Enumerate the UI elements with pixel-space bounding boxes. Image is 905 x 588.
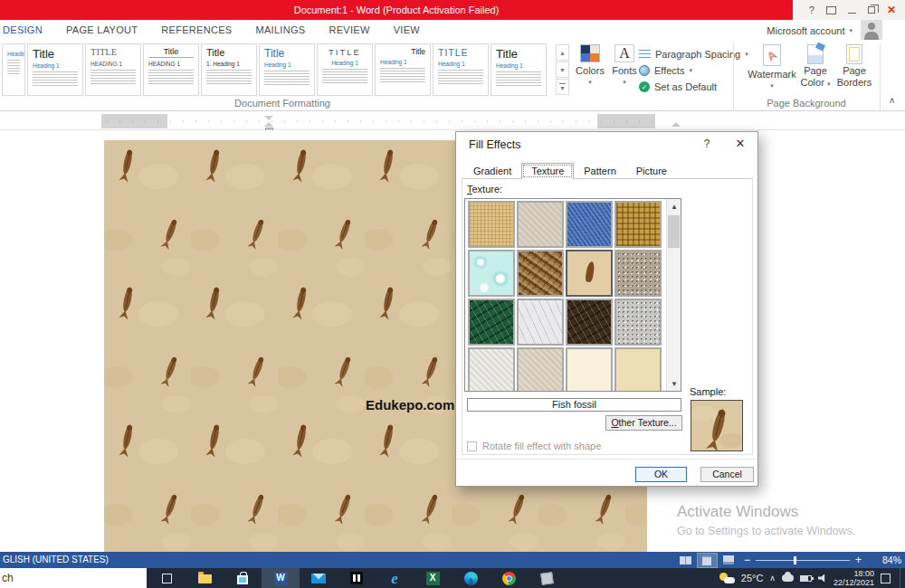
texture-swatch-fish-fossil[interactable] [566,250,613,297]
ribbon-tab[interactable]: PAGE LAYOUT [54,20,149,41]
help-button[interactable]: ? [809,5,814,15]
style-set-thumbnail[interactable]: Title Heading 1 [259,43,315,96]
rotate-fill-effect-checkbox[interactable] [467,441,477,451]
battery-icon[interactable] [800,575,812,582]
style-set-thumbnail[interactable]: Title Heading 1 [491,43,547,96]
style-set-thumbnail[interactable]: TITLE Heading 1 [433,43,489,96]
speaker-icon[interactable] [818,574,827,583]
ribbon-tab[interactable]: REFERENCES [149,20,243,41]
horizontal-ruler[interactable] [101,114,655,128]
texture-swatch[interactable] [614,201,662,248]
close-button[interactable]: ✕ [887,4,896,16]
zoom-out-button[interactable]: − [744,554,750,566]
style-set-thumbnail[interactable]: TITLE Heading 1 [317,43,373,96]
minimize-button[interactable] [848,13,856,14]
notes-app-icon[interactable] [528,568,566,588]
temperature-label[interactable]: 25°C [741,573,764,583]
reader-app-icon[interactable] [338,568,376,588]
title-bar: Document:1 - Word (Product Activation Fa… [0,0,905,20]
texture-swatch[interactable] [566,299,613,346]
zoom-percentage[interactable]: 84% [874,555,901,565]
gallery-more-button[interactable]: ▼ [556,79,569,95]
style-set-thumbnail[interactable]: TITLE HEADING 1 [85,43,141,96]
dialog-tab[interactable]: Picture [626,163,677,179]
texture-swatch[interactable] [614,299,662,346]
tray-expand-icon[interactable]: ∧ [769,574,776,583]
cancel-button[interactable]: Cancel [700,467,754,482]
dialog-tab[interactable]: Pattern [574,163,625,179]
collapse-ribbon-icon[interactable]: ∧ [889,95,895,105]
texture-swatch[interactable] [517,347,564,392]
listbox-scrollbar[interactable]: ▲ ▼ [666,199,681,391]
texture-swatch[interactable] [468,201,515,248]
show-desktop-button[interactable] [900,568,903,588]
ribbon-tab[interactable]: VIEW [382,20,432,41]
clock[interactable]: 18:00 22/12/2021 [834,569,874,588]
right-indent-marker[interactable] [672,122,681,127]
style-set-thumbnail[interactable]: Title Heading 1 [375,43,431,96]
ribbon-display-options-icon[interactable] [826,6,836,14]
edge-icon[interactable] [452,568,490,588]
paragraph-spacing-button[interactable]: Paragraph Spacing ▾ [639,46,748,62]
dialog-help-button[interactable]: ? [699,138,715,152]
scroll-up-icon[interactable]: ▲ [667,199,681,213]
ok-button[interactable]: OK [635,467,687,482]
page-borders-button[interactable]: Page Borders [834,44,874,102]
texture-swatch[interactable] [517,299,564,346]
weather-icon[interactable] [719,572,735,584]
watermark-button[interactable]: A Watermark ▾ [748,44,796,102]
action-center-icon[interactable] [881,574,891,583]
gallery-scroll-down-button[interactable]: ▼ [556,62,569,78]
texture-swatch[interactable] [614,347,662,392]
zoom-in-button[interactable]: + [855,554,862,566]
print-layout-button[interactable] [698,554,717,567]
texture-swatch[interactable] [614,250,662,297]
taskbar-search-box[interactable]: ch [0,568,147,588]
set-as-default-button[interactable]: ✓ Set as Default [639,79,748,95]
texture-swatch[interactable] [517,250,564,297]
account-menu[interactable]: Microsoft account ▾ [767,20,853,41]
restore-button[interactable] [868,6,875,14]
ribbon-tab[interactable]: REVIEW [317,20,381,41]
fonts-button[interactable]: A Fonts ▾ [608,44,641,102]
zoom-slider-thumb[interactable] [794,556,796,564]
account-avatar[interactable] [861,20,882,40]
texture-swatch[interactable] [566,347,613,392]
excel-icon[interactable]: X [414,568,452,588]
onedrive-icon[interactable] [782,574,794,582]
ribbon-tab[interactable]: MAILINGS [243,20,317,41]
scrollbar-thumb[interactable] [668,215,680,248]
web-layout-button[interactable] [719,554,738,567]
first-line-indent-marker[interactable] [264,116,273,120]
hanging-indent-marker[interactable] [264,122,273,127]
style-set-thumbnail[interactable]: Heading 1 [2,43,25,96]
texture-swatch[interactable] [566,201,613,248]
colors-button[interactable]: Colors ▾ [574,44,606,102]
dialog-tab[interactable]: Gradient [463,163,521,179]
style-set-thumbnail[interactable]: Title Heading 1 [27,43,83,96]
texture-swatch[interactable] [468,250,515,297]
texture-swatch[interactable] [468,299,515,346]
texture-swatch[interactable] [517,201,564,248]
mail-icon[interactable] [300,568,338,588]
other-texture-button[interactable]: Other Texture... [605,415,682,431]
internet-explorer-icon[interactable]: e [376,568,414,588]
ribbon-tab[interactable]: DESIGN [0,20,54,41]
gallery-scroll-up-button[interactable]: ▲ [556,44,569,61]
microsoft-store-icon[interactable] [224,568,262,588]
read-mode-button[interactable] [676,554,695,567]
style-set-thumbnail[interactable]: Title 1. Heading 1 [201,43,257,96]
zoom-slider[interactable] [756,560,850,561]
style-set-thumbnail[interactable]: Title HEADING 1 [143,43,199,96]
file-explorer-icon[interactable] [186,568,224,588]
texture-swatch[interactable] [468,347,515,392]
word-taskbar-icon[interactable]: W [262,568,300,588]
dialog-close-button[interactable]: ✕ [730,137,750,152]
page-color-button[interactable]: Page Color ▾ [798,44,833,102]
task-view-icon[interactable] [148,568,186,588]
dialog-tab[interactable]: Texture [521,163,574,179]
chrome-icon[interactable] [490,568,528,588]
effects-button[interactable]: Effects ▾ [639,62,748,79]
language-indicator[interactable]: GLISH (UNITED STATES) [3,552,109,568]
scroll-down-icon[interactable]: ▼ [667,376,681,391]
